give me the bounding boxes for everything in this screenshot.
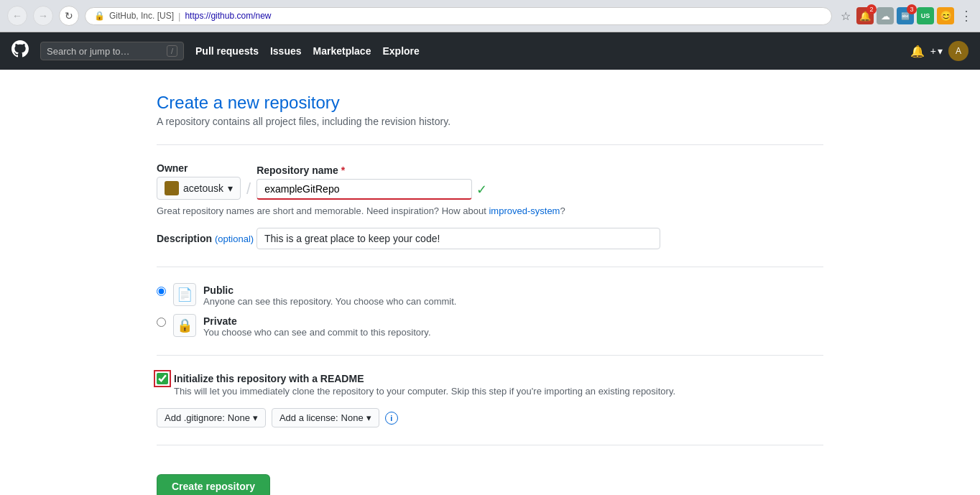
init-readme-label: Initialize this repository with a README <box>174 373 364 384</box>
license-chevron: ▾ <box>366 412 371 423</box>
slash-separator: / <box>246 181 251 197</box>
public-desc: Anyone can see this repository. You choo… <box>203 296 456 307</box>
new-menu-button[interactable]: + ▾ <box>930 45 943 57</box>
user-avatar[interactable]: A <box>948 41 969 61</box>
check-icon: ✓ <box>476 182 487 198</box>
license-label: Add a license: <box>279 412 338 423</box>
github-logo[interactable] <box>11 40 29 62</box>
browser-extensions: 🔔 2 ☁ 🔤 3 US 😊 <box>856 7 954 24</box>
section-divider-3 <box>157 355 823 356</box>
search-box[interactable]: Search or jump to… / <box>40 42 184 60</box>
slash-key: / <box>167 45 177 57</box>
description-input[interactable] <box>256 228 660 249</box>
back-button[interactable]: ← <box>7 6 27 26</box>
public-option: 📄 Public Anyone can see this repository.… <box>157 284 823 307</box>
owner-value: acetousk <box>183 182 223 194</box>
public-icon: 📄 <box>173 283 196 306</box>
init-readme-desc: This will let you immediately clone the … <box>174 386 823 397</box>
owner-select[interactable]: acetousk ▾ <box>157 177 241 200</box>
ext-badge-2: 3 <box>907 4 917 14</box>
bell-icon[interactable]: 🔔 <box>910 45 925 58</box>
github-navbar: Search or jump to… / Pull requests Issue… <box>0 32 980 70</box>
nav-issues[interactable]: Issues <box>270 45 302 57</box>
license-value: None <box>341 412 364 423</box>
search-placeholder: Search or jump to… <box>47 46 130 57</box>
gitignore-label: Add .gitignore: <box>165 412 225 423</box>
page-title: Create a new repository <box>157 93 823 113</box>
gitignore-license-row: Add .gitignore: None ▾ Add a license: No… <box>157 408 823 427</box>
lock-icon: 🔒 <box>94 11 105 21</box>
public-title: Public <box>203 284 456 296</box>
hint-link[interactable]: improved-system <box>489 205 560 216</box>
public-radio[interactable] <box>157 287 166 296</box>
nav-pull-requests[interactable]: Pull requests <box>195 45 259 57</box>
gitignore-chevron: ▾ <box>253 412 258 423</box>
nav-right: 🔔 + ▾ A <box>910 41 969 61</box>
nav-marketplace[interactable]: Marketplace <box>313 45 371 57</box>
ext-translate[interactable]: 🔤 3 <box>897 7 914 24</box>
bookmark-star[interactable]: ☆ <box>841 9 851 23</box>
description-group: Description (optional) <box>157 228 823 249</box>
gitignore-value: None <box>228 412 250 423</box>
page-subtitle: A repository contains all project files,… <box>157 116 823 127</box>
address-bar[interactable]: 🔒 GitHub, Inc. [US] | https://github.com… <box>85 7 832 25</box>
section-divider-4 <box>157 445 823 445</box>
owner-col: Owner acetousk ▾ <box>157 162 241 200</box>
private-title: Private <box>203 315 431 327</box>
ext-emoji[interactable]: 😊 <box>937 7 954 24</box>
repo-name-input[interactable] <box>256 179 472 200</box>
init-readme-row: Initialize this repository with a README <box>157 373 823 384</box>
owner-chevron: ▾ <box>228 182 233 194</box>
plus-label: + <box>930 45 936 57</box>
browser-menu-button[interactable]: ⋮ <box>960 8 973 24</box>
public-text: Public Anyone can see this repository. Y… <box>203 284 456 307</box>
plus-chevron: ▾ <box>938 45 943 57</box>
create-repo-button[interactable]: Create repository <box>157 474 270 495</box>
repo-name-hint: Great repository names are short and mem… <box>157 205 823 216</box>
section-divider-1 <box>157 144 823 145</box>
private-radio[interactable] <box>157 318 166 327</box>
gitignore-dropdown[interactable]: Add .gitignore: None ▾ <box>157 408 266 427</box>
main-content: Create a new repository A repository con… <box>145 70 835 495</box>
ext-badge-1: 2 <box>866 4 877 14</box>
init-readme-section: Initialize this repository with a README… <box>157 373 823 397</box>
refresh-button[interactable]: ↻ <box>59 6 79 26</box>
browser-chrome: ← → ↻ 🔒 GitHub, Inc. [US] | https://gith… <box>0 0 980 32</box>
private-text: Private You choose who can see and commi… <box>203 315 431 338</box>
owner-label: Owner <box>157 162 241 174</box>
ext-cloud[interactable]: ☁ <box>877 7 894 24</box>
description-label: Description (optional) <box>157 233 256 244</box>
visibility-group: 📄 Public Anyone can see this repository.… <box>157 284 823 338</box>
nav-explore[interactable]: Explore <box>382 45 419 57</box>
private-desc: You choose who can see and commit to thi… <box>203 327 431 338</box>
license-dropdown[interactable]: Add a license: None ▾ <box>272 408 379 427</box>
ext-us[interactable]: US <box>917 7 934 24</box>
owner-repo-row: Owner acetousk ▾ / Repository name * ✓ <box>157 162 823 200</box>
main-nav: Pull requests Issues Marketplace Explore <box>195 45 420 57</box>
private-option: 🔒 Private You choose who can see and com… <box>157 315 823 338</box>
info-icon[interactable]: i <box>385 412 398 425</box>
ext-notifications[interactable]: 🔔 2 <box>856 7 874 24</box>
repo-name-label: Repository name * <box>256 165 487 176</box>
url-text: https://github.com/new <box>185 11 271 21</box>
site-name: GitHub, Inc. [US] <box>109 11 174 21</box>
forward-button[interactable]: → <box>33 6 53 26</box>
section-divider-2 <box>157 267 823 267</box>
address-separator: | <box>178 11 180 22</box>
private-icon: 🔒 <box>173 314 196 337</box>
repo-name-col: Repository name * ✓ <box>256 165 487 200</box>
owner-avatar <box>165 181 179 195</box>
init-readme-checkbox[interactable] <box>157 373 168 384</box>
